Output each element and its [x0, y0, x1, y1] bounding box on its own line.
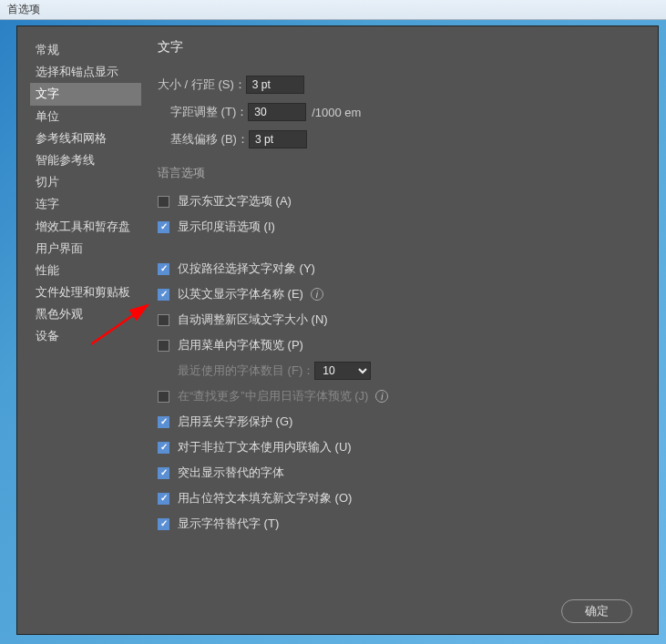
- tracking-label: 字距调整 (T)：: [170, 104, 248, 120]
- english-font-names-checkbox[interactable]: [158, 289, 169, 301]
- fill-placeholder-row: 用占位符文本填充新文字对象 (O): [158, 486, 645, 511]
- fill-placeholder-checkbox[interactable]: [158, 493, 169, 505]
- menu-font-preview-checkbox[interactable]: [158, 340, 169, 352]
- recent-fonts-label: 最近使用的字体数目 (F)：: [178, 363, 314, 379]
- highlight-sub-row: 突出显示替代的字体: [158, 460, 645, 486]
- recent-fonts-row: 最近使用的字体数目 (F)： 10: [158, 358, 645, 383]
- sidebar-item-devices[interactable]: 设备: [30, 325, 141, 347]
- select-by-path-row: 仅按路径选择文字对象 (Y): [158, 256, 645, 281]
- east-asian-row: 显示东亚文字选项 (A): [158, 189, 645, 214]
- preferences-dialog: 常规 选择和锚点显示 文字 单位 参考线和网格 智能参考线 切片 连字 增效工具…: [16, 26, 659, 635]
- language-section-title: 语言选项: [158, 165, 645, 181]
- east-asian-label[interactable]: 显示东亚文字选项 (A): [178, 193, 292, 210]
- tracking-input[interactable]: [248, 103, 306, 121]
- show-alternates-checkbox[interactable]: [158, 518, 169, 530]
- dialog-footer: 确定: [17, 588, 658, 634]
- info-icon[interactable]: i: [375, 390, 388, 403]
- sidebar-item-guides-grid[interactable]: 参考线和网格: [30, 128, 141, 149]
- auto-size-area-label[interactable]: 自动调整新区域文字大小 (N): [178, 312, 328, 328]
- sidebar: 常规 选择和锚点显示 文字 单位 参考线和网格 智能参考线 切片 连字 增效工具…: [30, 39, 141, 588]
- sidebar-item-performance[interactable]: 性能: [30, 260, 141, 281]
- size-leading-label: 大小 / 行距 (S)：: [158, 77, 246, 93]
- sidebar-item-units[interactable]: 单位: [30, 106, 141, 128]
- size-leading-input[interactable]: [246, 76, 304, 94]
- inline-input-label[interactable]: 对于非拉丁文本使用内联输入 (U): [178, 439, 352, 455]
- recent-fonts-select[interactable]: 10: [314, 362, 371, 380]
- sidebar-item-black-appearance[interactable]: 黑色外观: [30, 303, 141, 325]
- inline-input-row: 对于非拉丁文本使用内联输入 (U): [158, 434, 645, 460]
- english-font-names-label[interactable]: 以英文显示字体名称 (E): [178, 286, 303, 302]
- baseline-label: 基线偏移 (B)：: [170, 131, 249, 148]
- dialog-body: 常规 选择和锚点显示 文字 单位 参考线和网格 智能参考线 切片 连字 增效工具…: [17, 26, 658, 588]
- indic-row: 显示印度语选项 (I): [158, 214, 645, 240]
- inline-input-checkbox[interactable]: [158, 442, 169, 454]
- japanese-preview-checkbox[interactable]: [158, 391, 169, 403]
- title-bar: 首选项: [0, 0, 666, 20]
- auto-size-area-checkbox[interactable]: [158, 314, 169, 326]
- east-asian-checkbox[interactable]: [158, 196, 169, 208]
- japanese-preview-row: 在“查找更多”中启用日语字体预览 (J) i: [158, 383, 645, 409]
- sidebar-item-file-clipboard[interactable]: 文件处理和剪贴板: [30, 281, 141, 303]
- sidebar-item-hyphenation[interactable]: 连字: [30, 193, 141, 215]
- baseline-input[interactable]: [249, 130, 307, 148]
- sidebar-item-plugins-scratch[interactable]: 增效工具和暂存盘: [30, 216, 141, 238]
- indic-label[interactable]: 显示印度语选项 (I): [178, 219, 275, 235]
- japanese-preview-label[interactable]: 在“查找更多”中启用日语字体预览 (J): [178, 388, 368, 404]
- sidebar-item-smart-guides[interactable]: 智能参考线: [30, 149, 141, 171]
- tracking-row: 字距调整 (T)： /1000 em: [158, 99, 645, 125]
- content-panel: 文字 大小 / 行距 (S)： 字距调整 (T)： /1000 em 基线偏移 …: [141, 39, 645, 588]
- info-icon[interactable]: i: [311, 288, 323, 301]
- sidebar-item-selection-anchor[interactable]: 选择和锚点显示: [30, 61, 141, 83]
- select-by-path-checkbox[interactable]: [158, 263, 169, 275]
- highlight-sub-label[interactable]: 突出显示替代的字体: [178, 465, 284, 481]
- highlight-sub-checkbox[interactable]: [158, 467, 169, 479]
- window-title: 首选项: [7, 2, 40, 17]
- size-leading-row: 大小 / 行距 (S)：: [158, 72, 645, 97]
- missing-glyph-checkbox[interactable]: [158, 416, 169, 428]
- select-by-path-label[interactable]: 仅按路径选择文字对象 (Y): [178, 261, 315, 277]
- menu-font-preview-row: 启用菜单内字体预览 (P): [158, 332, 645, 358]
- content-title: 文字: [158, 39, 645, 56]
- missing-glyph-row: 启用丢失字形保护 (G): [158, 409, 645, 434]
- indic-checkbox[interactable]: [158, 221, 169, 233]
- fill-placeholder-label[interactable]: 用占位符文本填充新文字对象 (O): [178, 490, 352, 506]
- show-alternates-label[interactable]: 显示字符替代字 (T): [178, 516, 279, 532]
- ok-button[interactable]: 确定: [561, 599, 632, 623]
- sidebar-item-general[interactable]: 常规: [30, 39, 141, 61]
- show-alternates-row: 显示字符替代字 (T): [158, 511, 645, 537]
- sidebar-item-type[interactable]: 文字: [30, 83, 141, 105]
- tracking-unit: /1000 em: [312, 106, 361, 119]
- sidebar-item-ui[interactable]: 用户界面: [30, 238, 141, 260]
- english-font-names-row: 以英文显示字体名称 (E) i: [158, 281, 645, 307]
- missing-glyph-label[interactable]: 启用丢失字形保护 (G): [178, 414, 292, 430]
- baseline-row: 基线偏移 (B)：: [158, 127, 645, 152]
- menu-font-preview-label[interactable]: 启用菜单内字体预览 (P): [178, 337, 303, 353]
- sidebar-item-slices[interactable]: 切片: [30, 171, 141, 193]
- auto-size-area-row: 自动调整新区域文字大小 (N): [158, 307, 645, 332]
